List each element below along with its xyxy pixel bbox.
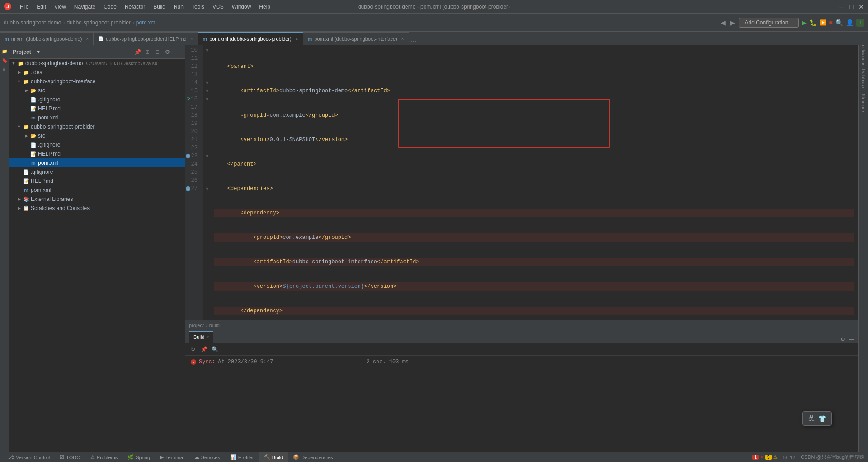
tab-pom-probider[interactable]: m pom.xml (dubbo-springboot-probider) × bbox=[198, 32, 303, 45]
notifications-panel[interactable]: Notifications bbox=[859, 47, 868, 61]
tree-root-pomxml[interactable]: m pom.xml bbox=[9, 186, 185, 195]
pin-button[interactable]: 📌 bbox=[200, 345, 208, 353]
tree-idea[interactable]: 📁 .idea bbox=[9, 68, 185, 77]
tab-pom-interface[interactable]: m pom.xml (dubbo-springboot-interface) × bbox=[303, 32, 409, 45]
expand-icon[interactable]: ⊞ bbox=[143, 48, 151, 56]
more-tabs-button[interactable]: ⋯ bbox=[411, 38, 416, 45]
run-button[interactable]: ▶ bbox=[802, 19, 807, 26]
line-num-15: 15 bbox=[185, 87, 199, 95]
structure-icon[interactable]: ≡ bbox=[0, 65, 9, 73]
close-button[interactable]: ✕ bbox=[858, 4, 864, 10]
run-coverage-button[interactable]: ▶️ bbox=[820, 19, 826, 26]
tree-root-gitignore[interactable]: 📄 .gitignore bbox=[9, 167, 185, 176]
folder-src-icon: 📂 bbox=[30, 87, 37, 94]
breadcrumb-project[interactable]: dubbo-springboot-demo bbox=[4, 19, 61, 26]
structure-panel[interactable]: Structure bbox=[859, 96, 868, 110]
build-tab-close[interactable]: × bbox=[206, 335, 209, 340]
gear-icon[interactable]: ⚙ bbox=[163, 48, 171, 56]
settings-icon[interactable]: ⚙ bbox=[840, 336, 845, 343]
tree-interface-helpmd[interactable]: 📝 HELP.md bbox=[9, 104, 185, 113]
project-icon[interactable]: 📁 bbox=[0, 47, 9, 55]
tab-close-button[interactable]: × bbox=[296, 37, 298, 42]
menu-refactor[interactable]: Refactor bbox=[121, 3, 149, 11]
refresh-button[interactable]: ↻ bbox=[189, 345, 197, 353]
line-num-17: 17 bbox=[185, 103, 199, 111]
tree-interface-gitignore[interactable]: 📄 .gitignore bbox=[9, 95, 185, 104]
tab-pom-demo[interactable]: m m.xml (dubbo-springboot-demo) × bbox=[0, 32, 94, 45]
status-tab-services[interactable]: ☁ Services bbox=[190, 452, 225, 462]
panel-dropdown[interactable]: ▼ bbox=[36, 49, 41, 55]
pin-icon[interactable]: 📌 bbox=[133, 48, 142, 56]
maximize-button[interactable]: □ bbox=[848, 4, 854, 10]
tree-root-helpmd[interactable]: 📝 HELP.md bbox=[9, 176, 185, 186]
hide-panel-icon[interactable]: — bbox=[173, 48, 181, 56]
code-content[interactable]: 10 11 12 13 14 15 >16 17 18 19 20 21 22 bbox=[185, 45, 858, 320]
tab-icon-m: m bbox=[308, 36, 312, 42]
status-tab-terminal[interactable]: ▶ Terminal bbox=[156, 452, 189, 462]
encoding-display: CSDN @只会写bug的程序猿 bbox=[801, 454, 864, 461]
build-tab-active[interactable]: Build × bbox=[189, 331, 213, 343]
menu-code[interactable]: Code bbox=[100, 3, 120, 11]
tree-interface-src[interactable]: 📂 src bbox=[9, 86, 185, 95]
collapse-icon[interactable]: ⊟ bbox=[153, 48, 161, 56]
status-tab-spring[interactable]: 🌿 Spring bbox=[123, 452, 155, 462]
stop-button[interactable]: ■ bbox=[829, 19, 833, 26]
build-tab-label: Build bbox=[193, 334, 204, 340]
tree-probider-gitignore[interactable]: 📄 .gitignore bbox=[9, 140, 185, 149]
main-toolbar: dubbo-springboot-demo › dubbo-springboot… bbox=[0, 14, 868, 32]
folder-icon: 📁 bbox=[23, 124, 29, 130]
tree-probider-helpmd[interactable]: 📝 HELP.md bbox=[9, 149, 185, 158]
bc-project[interactable]: project bbox=[189, 323, 204, 328]
menu-file[interactable]: File bbox=[16, 3, 32, 11]
fold-gutter: ▼ ▼ ▼ ▼ ▼ ▼ bbox=[203, 45, 211, 320]
add-configuration-button[interactable]: Add Configuration... bbox=[739, 18, 798, 28]
database-panel[interactable]: Database bbox=[859, 71, 868, 85]
tree-probider[interactable]: 📁 dubbo-springboot-probider bbox=[9, 122, 185, 131]
status-tab-todo[interactable]: ☑ TODO bbox=[55, 452, 85, 462]
menu-run[interactable]: Run bbox=[170, 3, 187, 11]
menu-navigate[interactable]: Navigate bbox=[71, 3, 99, 11]
code-line-15: <dependencies> bbox=[214, 185, 854, 193]
tab-close-button[interactable]: × bbox=[191, 36, 193, 41]
panel-title: Project bbox=[13, 49, 31, 55]
tab-close-button[interactable]: × bbox=[401, 36, 404, 41]
tree-external-libs[interactable]: 📚 External Libraries bbox=[9, 195, 185, 204]
debug-button[interactable]: 🐛 bbox=[809, 19, 817, 26]
settings-button[interactable]: 👤 bbox=[846, 19, 854, 26]
tree-arrow bbox=[24, 115, 29, 120]
status-tab-vcs[interactable]: ⎇ Version Control bbox=[4, 452, 54, 462]
menu-vcs[interactable]: VCS bbox=[209, 3, 227, 11]
search-everywhere-button[interactable]: 🔍 bbox=[835, 19, 843, 26]
forward-button[interactable]: ▶ bbox=[729, 18, 736, 27]
tree-interface-pomxml[interactable]: m pom.xml bbox=[9, 113, 185, 122]
bookmark-icon[interactable]: 🔖 bbox=[0, 56, 9, 64]
tree-root[interactable]: 📁 dubbo-springboot-demo C:\Users\15031\D… bbox=[9, 59, 185, 68]
status-tab-build[interactable]: 🔨 Build bbox=[259, 452, 288, 462]
code-line-12: <groupId>com.example</groupId> bbox=[214, 111, 854, 119]
menu-view[interactable]: View bbox=[51, 3, 70, 11]
update-button[interactable]: ↑ bbox=[856, 19, 864, 27]
code-lines[interactable]: <parent> <artifactId>dubbo-springboot-de… bbox=[211, 45, 858, 320]
close-panel-icon[interactable]: — bbox=[849, 336, 854, 343]
status-tab-dependencies[interactable]: 📦 Dependencies bbox=[288, 452, 337, 462]
back-button[interactable]: ◀ bbox=[720, 18, 726, 27]
breadcrumb-module[interactable]: dubbo-springboot-probider bbox=[66, 19, 130, 26]
tree-scratches[interactable]: 📋 Scratches and Consoles bbox=[9, 204, 185, 213]
breadcrumb-file[interactable]: pom.xml bbox=[136, 19, 156, 26]
tab-close-button[interactable]: × bbox=[86, 36, 89, 41]
tab-help-md[interactable]: 📄 dubbo-springboot-probider\HELP.md × bbox=[94, 32, 198, 45]
status-tab-problems[interactable]: ⚠ Problems bbox=[86, 452, 122, 462]
filter-button[interactable]: 🔍 bbox=[211, 345, 219, 353]
minimize-button[interactable]: ─ bbox=[838, 4, 844, 10]
menu-tools[interactable]: Tools bbox=[188, 3, 208, 11]
tree-probider-pomxml[interactable]: m pom.xml bbox=[9, 158, 185, 167]
menu-build[interactable]: Build bbox=[150, 3, 169, 11]
tree-probider-src[interactable]: 📂 src bbox=[9, 131, 185, 140]
tree-interface[interactable]: 📁 dubbo-springboot-interface bbox=[9, 77, 185, 86]
menu-edit[interactable]: Edit bbox=[33, 3, 50, 11]
menu-help[interactable]: Help bbox=[255, 3, 274, 11]
bc-build[interactable]: build bbox=[209, 323, 220, 328]
tree-label: dubbo-springboot-demo bbox=[25, 60, 83, 67]
status-tab-profiler[interactable]: 📊 Profiler bbox=[226, 452, 259, 462]
menu-window[interactable]: Window bbox=[228, 3, 255, 11]
